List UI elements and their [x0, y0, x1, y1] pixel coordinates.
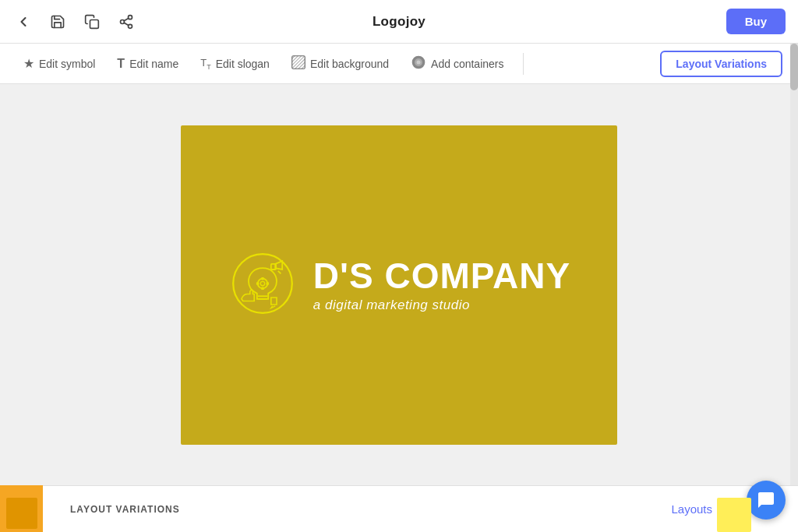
svg-point-10	[417, 60, 421, 64]
svg-rect-0	[90, 19, 99, 28]
edit-symbol-item[interactable]: ★ Edit symbol	[16, 51, 103, 76]
logo-slogan: a digital marketing studio	[313, 298, 570, 313]
save-button[interactable]	[47, 11, 69, 33]
scrollbar[interactable]	[790, 44, 798, 485]
edit-slogan-label: Edit slogan	[216, 58, 270, 70]
edit-name-item[interactable]: T Edit name	[109, 52, 186, 76]
edit-slogan-item[interactable]: TT Edit slogan	[192, 52, 277, 76]
toolbar: ★ Edit symbol T Edit name TT Edit slogan…	[0, 44, 798, 84]
layouts-link[interactable]: Layouts	[671, 502, 712, 516]
sticky-note	[717, 498, 751, 532]
logo-canvas[interactable]: D'S COMPANY a digital marketing studio	[181, 125, 617, 445]
text-slogan-icon: TT	[200, 57, 210, 71]
bottom-preview-inner	[6, 498, 37, 529]
main-canvas-area: D'S COMPANY a digital marketing studio	[0, 84, 798, 485]
bottom-preview-tile	[0, 485, 43, 532]
svg-rect-16	[261, 277, 264, 280]
svg-point-14	[258, 278, 268, 288]
logo-symbol	[228, 248, 298, 322]
header-left	[12, 11, 137, 33]
background-icon	[291, 55, 305, 72]
chat-button[interactable]	[747, 481, 786, 520]
header: Logojoy Buy	[0, 0, 798, 44]
edit-background-item[interactable]: Edit background	[284, 51, 397, 77]
logo-text-block: D'S COMPANY a digital marketing studio	[313, 256, 570, 313]
share-button[interactable]	[115, 11, 137, 33]
edit-symbol-label: Edit symbol	[39, 58, 95, 70]
back-button[interactable]	[12, 11, 34, 33]
svg-rect-7	[292, 55, 305, 69]
logo-content: D'S COMPANY a digital marketing studio	[228, 248, 570, 322]
star-icon: ★	[23, 56, 34, 71]
add-containers-item[interactable]: Add containers	[403, 50, 511, 78]
edit-name-label: Edit name	[129, 58, 178, 70]
svg-rect-17	[261, 287, 264, 290]
buy-button[interactable]: Buy	[726, 9, 786, 34]
svg-line-5	[124, 18, 129, 20]
svg-rect-18	[256, 282, 260, 285]
copy-button[interactable]	[81, 11, 103, 33]
scrollbar-thumb[interactable]	[790, 44, 798, 90]
svg-point-15	[260, 281, 264, 285]
add-containers-label: Add containers	[431, 58, 503, 70]
layout-variations-button[interactable]: Layout Variations	[660, 51, 782, 77]
svg-rect-19	[266, 282, 269, 285]
text-t-icon: T	[117, 57, 125, 71]
svg-line-4	[124, 23, 129, 25]
bottom-panel: LAYOUT VARIATIONS Layouts	[0, 485, 798, 532]
edit-background-label: Edit background	[310, 58, 389, 70]
svg-line-21	[278, 270, 281, 273]
containers-icon	[411, 55, 426, 73]
logo-company-name: D'S COMPANY	[313, 256, 570, 296]
toolbar-divider	[523, 53, 524, 75]
layout-variations-label: LAYOUT VARIATIONS	[70, 504, 180, 515]
svg-point-11	[233, 254, 292, 313]
app-title: Logojoy	[373, 14, 425, 30]
